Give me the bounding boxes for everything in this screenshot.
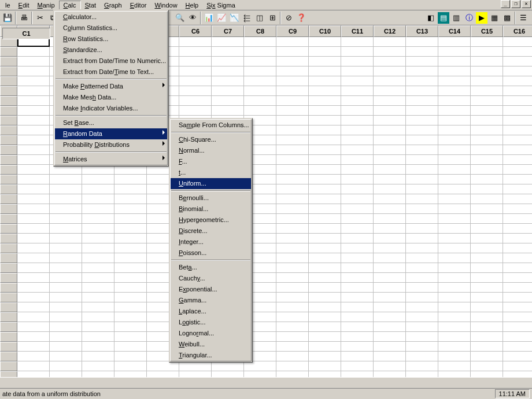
cell[interactable] xyxy=(503,302,532,312)
cell[interactable] xyxy=(50,312,82,322)
cell[interactable] xyxy=(471,293,503,302)
row-header[interactable] xyxy=(0,106,17,116)
cell[interactable] xyxy=(503,263,532,273)
cell[interactable] xyxy=(438,371,471,377)
random-menu-item[interactable]: Weibull... xyxy=(171,339,251,350)
random-menu-item[interactable]: Triangular... xyxy=(171,350,251,361)
cell[interactable] xyxy=(406,332,438,342)
cell[interactable] xyxy=(503,204,532,214)
cell[interactable] xyxy=(50,184,82,194)
cell[interactable] xyxy=(276,194,309,204)
cell[interactable] xyxy=(82,204,114,214)
cell[interactable] xyxy=(438,204,471,214)
cell[interactable] xyxy=(503,175,532,184)
cell[interactable] xyxy=(471,243,503,253)
cell[interactable] xyxy=(374,224,406,234)
cell[interactable] xyxy=(309,155,341,165)
cell[interactable] xyxy=(471,57,503,66)
tool-right3-icon[interactable]: ▥ xyxy=(450,12,463,24)
cell[interactable] xyxy=(309,302,341,312)
minimize-button[interactable]: _ xyxy=(501,0,510,8)
cell[interactable] xyxy=(17,243,50,253)
cell[interactable] xyxy=(179,66,212,76)
cell[interactable] xyxy=(276,66,309,76)
cell[interactable] xyxy=(82,253,114,263)
cell[interactable] xyxy=(212,371,244,377)
cell[interactable] xyxy=(82,361,114,371)
cell[interactable] xyxy=(17,312,50,322)
cell[interactable] xyxy=(309,352,341,361)
menu-graph[interactable]: Graph xyxy=(100,1,126,9)
cell[interactable] xyxy=(471,322,503,332)
cell[interactable] xyxy=(471,224,503,234)
cell[interactable] xyxy=(503,332,532,342)
cell[interactable] xyxy=(50,352,82,361)
cell[interactable] xyxy=(341,263,374,273)
cell[interactable] xyxy=(82,224,114,234)
random-menu-item[interactable]: Lognormal... xyxy=(171,328,251,339)
cell[interactable] xyxy=(406,371,438,377)
cell[interactable] xyxy=(341,283,374,293)
cell[interactable] xyxy=(82,293,114,302)
cell[interactable] xyxy=(438,125,471,135)
cell[interactable] xyxy=(503,96,532,106)
cell[interactable] xyxy=(50,361,82,371)
cell[interactable] xyxy=(17,76,50,86)
random-menu-item[interactable]: t... xyxy=(171,167,251,178)
cell[interactable] xyxy=(276,184,309,194)
cell[interactable] xyxy=(341,204,374,214)
cell[interactable] xyxy=(309,214,341,224)
cell[interactable] xyxy=(341,312,374,322)
cell[interactable] xyxy=(471,47,503,57)
cell[interactable] xyxy=(114,224,147,234)
row-header[interactable] xyxy=(0,204,17,214)
menu-file[interactable]: le xyxy=(1,1,14,9)
cell[interactable] xyxy=(309,273,341,283)
cell[interactable] xyxy=(82,263,114,273)
random-menu-item[interactable]: Laplace... xyxy=(171,306,251,317)
menu-stat[interactable]: Stat xyxy=(81,1,101,9)
cell[interactable] xyxy=(17,293,50,302)
calc-menu-item[interactable]: Extract from Date/Time to Numeric... xyxy=(55,56,167,66)
cell[interactable] xyxy=(309,243,341,253)
cell[interactable] xyxy=(341,155,374,165)
tool-right7-icon[interactable]: ▩ xyxy=(501,12,513,24)
calc-menu-item[interactable]: Probability Distributions xyxy=(55,139,167,150)
cell[interactable] xyxy=(179,106,212,116)
calc-menu-item[interactable]: Make Indicator Variables... xyxy=(55,103,167,114)
cell[interactable] xyxy=(438,106,471,116)
cell[interactable] xyxy=(17,204,50,214)
cell[interactable] xyxy=(374,135,406,145)
cell[interactable] xyxy=(406,243,438,253)
cell[interactable] xyxy=(50,332,82,342)
cell[interactable] xyxy=(17,214,50,224)
cell[interactable] xyxy=(341,214,374,224)
cell[interactable] xyxy=(276,155,309,165)
cell[interactable] xyxy=(179,37,212,47)
cell[interactable] xyxy=(17,371,50,377)
cell[interactable] xyxy=(309,322,341,332)
cell[interactable] xyxy=(341,322,374,332)
cell[interactable] xyxy=(276,175,309,184)
cell[interactable] xyxy=(114,234,147,243)
cell[interactable] xyxy=(374,76,406,86)
cell[interactable] xyxy=(114,371,147,377)
menu-sixsigma[interactable]: Six Sigma xyxy=(202,1,239,9)
cell[interactable] xyxy=(471,204,503,214)
cell[interactable] xyxy=(503,283,532,293)
cell[interactable] xyxy=(341,184,374,194)
cell[interactable] xyxy=(438,165,471,175)
row-header[interactable] xyxy=(0,234,17,243)
cell[interactable] xyxy=(147,371,179,377)
cell[interactable] xyxy=(50,243,82,253)
row-header[interactable] xyxy=(0,361,17,371)
cell[interactable] xyxy=(471,86,503,96)
calc-menu-item[interactable]: Make Mesh Data... xyxy=(55,92,167,103)
cell[interactable] xyxy=(471,145,503,155)
menu-help[interactable]: Help xyxy=(182,1,203,9)
cell[interactable] xyxy=(50,342,82,352)
cell[interactable] xyxy=(276,47,309,57)
cell[interactable] xyxy=(438,263,471,273)
cell[interactable] xyxy=(374,293,406,302)
cell[interactable] xyxy=(471,283,503,293)
